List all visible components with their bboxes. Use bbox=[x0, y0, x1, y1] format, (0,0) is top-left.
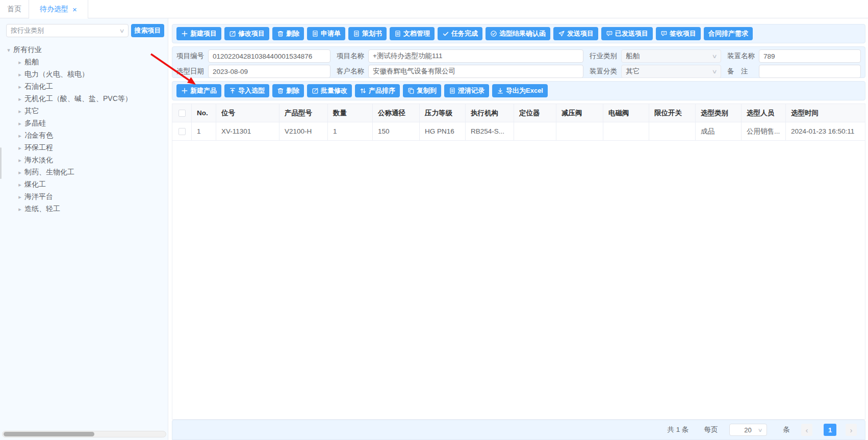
pagination-bar: 共 1 条 每页 20 ∨ 条 ‹ 1 › bbox=[172, 420, 865, 440]
chevron-down-icon: ∨ bbox=[711, 68, 717, 75]
sidebar-horizontal-scrollbar[interactable] bbox=[2, 431, 166, 437]
tree-item[interactable]: ▸石油化工 bbox=[0, 81, 168, 93]
column-header-solenoid-valve[interactable]: 电磁阀 bbox=[603, 104, 649, 122]
caret-collapsed-icon[interactable]: ▸ bbox=[15, 84, 24, 90]
new-project-button[interactable]: 新建项目 bbox=[176, 27, 221, 40]
tree-item-label: 环保工程 bbox=[24, 143, 53, 152]
delete-product-button[interactable]: 删除 bbox=[272, 84, 304, 97]
column-header-nominal-diameter[interactable]: 公称通径 bbox=[373, 104, 420, 122]
receive-project-button[interactable]: 签收项目 bbox=[656, 27, 701, 40]
tab-bar: 首页 待办选型 × bbox=[0, 0, 868, 18]
column-header-quantity[interactable]: 数量 bbox=[328, 104, 373, 122]
tree-item-label: 制药、生物化工 bbox=[24, 168, 74, 177]
import-selection-button[interactable]: 导入选型 bbox=[224, 84, 269, 97]
tree-item[interactable]: ▸冶金有色 bbox=[0, 130, 168, 142]
delete-project-button[interactable]: 删除 bbox=[272, 27, 304, 40]
select-all-checkbox[interactable] bbox=[178, 110, 186, 117]
industry-category-select[interactable]: 船舶 ∨ bbox=[621, 49, 721, 63]
device-classification-select[interactable]: 其它 ∨ bbox=[621, 65, 721, 78]
sent-projects-button[interactable]: 已发送项目 bbox=[601, 27, 653, 40]
tree-item[interactable]: ▸煤化工 bbox=[0, 178, 168, 191]
caret-collapsed-icon[interactable]: ▸ bbox=[15, 169, 24, 176]
row-checkbox[interactable] bbox=[178, 128, 186, 135]
copy-to-button[interactable]: 复制到 bbox=[403, 84, 441, 97]
column-header-pressure-rating[interactable]: 压力等级 bbox=[420, 104, 466, 122]
column-header-tag-number[interactable]: 位号 bbox=[216, 104, 279, 122]
project-name-field[interactable] bbox=[368, 49, 583, 63]
caret-collapsed-icon[interactable]: ▸ bbox=[15, 194, 24, 200]
caret-collapsed-icon[interactable]: ▸ bbox=[15, 133, 24, 139]
caret-collapsed-icon[interactable]: ▸ bbox=[15, 59, 24, 66]
document-management-button[interactable]: 文档管理 bbox=[390, 27, 435, 40]
tree-item-label: 海水淡化 bbox=[24, 156, 53, 165]
tree-item[interactable]: ▸电力（火电、核电） bbox=[0, 68, 168, 81]
product-sort-button[interactable]: 产品排序 bbox=[355, 84, 400, 97]
cell-nominal-diameter: 150 bbox=[373, 122, 420, 140]
tree-item-all-industries[interactable]: ▾ 所有行业 bbox=[0, 44, 168, 56]
tree-item[interactable]: ▸海水淡化 bbox=[0, 154, 168, 166]
device-name-field[interactable] bbox=[759, 49, 861, 63]
tree-item[interactable]: ▸多晶硅 bbox=[0, 117, 168, 130]
caret-collapsed-icon[interactable]: ▸ bbox=[15, 145, 24, 151]
tree-item[interactable]: ▸环保工程 bbox=[0, 142, 168, 154]
chevron-down-icon: ∨ bbox=[711, 53, 717, 60]
column-header-selection-person[interactable]: 选型人员 bbox=[742, 104, 786, 122]
cell-pressure-reducing-valve bbox=[556, 122, 603, 140]
column-header-selection-category[interactable]: 选型类别 bbox=[696, 104, 742, 122]
tab-home[interactable]: 首页 bbox=[0, 0, 29, 18]
sidebar-search-row: 按行业类别 ∨ 搜索项目 bbox=[6, 24, 164, 37]
application-form-button[interactable]: 申请单 bbox=[307, 27, 345, 40]
contract-scheduling-button[interactable]: 合同排产需求 bbox=[704, 27, 753, 40]
send-project-button[interactable]: 发送项目 bbox=[553, 27, 598, 40]
sidebar-vertical-scrollbar[interactable] bbox=[0, 147, 2, 179]
clarification-record-button[interactable]: 澄清记录 bbox=[444, 84, 489, 97]
task-complete-button[interactable]: 任务完成 bbox=[438, 27, 482, 40]
new-product-button[interactable]: 新建产品 bbox=[176, 84, 221, 97]
tree-item[interactable]: ▸无机化工（酸、碱、盐、PVC等） bbox=[0, 93, 168, 105]
project-number-field[interactable] bbox=[208, 49, 330, 63]
page-size-select[interactable]: 20 ∨ bbox=[729, 424, 767, 436]
tree-item[interactable]: ▸船舶 bbox=[0, 56, 168, 68]
industry-sidebar: 按行业类别 ∨ 搜索项目 ▾ 所有行业 ▸船舶 ▸电力（火电、核电） ▸石油化工… bbox=[0, 18, 168, 440]
column-header-limit-switch[interactable]: 限位开关 bbox=[649, 104, 696, 122]
tree-item-label: 无机化工（酸、碱、盐、PVC等） bbox=[24, 94, 132, 103]
selection-date-field[interactable] bbox=[208, 65, 330, 78]
caret-collapsed-icon[interactable]: ▸ bbox=[15, 182, 24, 188]
industry-filter-select-value: 按行业类别 bbox=[11, 26, 44, 35]
column-header-actuator[interactable]: 执行机构 bbox=[466, 104, 514, 122]
customer-name-field[interactable] bbox=[368, 65, 583, 78]
column-header-no[interactable]: No. bbox=[192, 104, 216, 122]
column-header-selection-time[interactable]: 选型时间 bbox=[786, 104, 865, 122]
caret-collapsed-icon[interactable]: ▸ bbox=[15, 71, 24, 78]
tree-item[interactable]: ▸海洋平台 bbox=[0, 191, 168, 203]
search-project-button[interactable]: 搜索项目 bbox=[131, 24, 164, 37]
remark-field[interactable] bbox=[759, 65, 861, 78]
industry-filter-select[interactable]: 按行业类别 ∨ bbox=[6, 24, 129, 37]
caret-collapsed-icon[interactable]: ▸ bbox=[15, 157, 24, 164]
column-header-product-model[interactable]: 产品型号 bbox=[279, 104, 328, 122]
export-excel-button[interactable]: 导出为Excel bbox=[492, 84, 548, 97]
prev-page-button[interactable]: ‹ bbox=[801, 424, 812, 436]
caret-collapsed-icon[interactable]: ▸ bbox=[15, 96, 24, 102]
caret-collapsed-icon[interactable]: ▸ bbox=[15, 108, 24, 115]
scrollbar-thumb[interactable] bbox=[4, 432, 94, 436]
column-header-positioner[interactable]: 定位器 bbox=[514, 104, 556, 122]
tree-item[interactable]: ▸造纸、轻工 bbox=[0, 203, 168, 215]
caret-collapsed-icon[interactable]: ▸ bbox=[15, 120, 24, 127]
next-page-button[interactable]: › bbox=[846, 424, 857, 436]
tree-item[interactable]: ▸制药、生物化工 bbox=[0, 166, 168, 178]
selection-result-confirmation-button[interactable]: 选型结果确认函 bbox=[486, 27, 550, 40]
close-icon[interactable]: × bbox=[72, 6, 77, 13]
page-1-button[interactable]: 1 bbox=[824, 424, 836, 436]
tree-item[interactable]: ▸其它 bbox=[0, 105, 168, 117]
table-row[interactable]: 1 XV-11301 V2100-H 1 150 HG PN16 RB254-S… bbox=[172, 122, 865, 141]
cell-limit-switch bbox=[649, 122, 696, 140]
column-header-pressure-reducing-valve[interactable]: 减压阀 bbox=[556, 104, 603, 122]
tab-pending-selection[interactable]: 待办选型 × bbox=[29, 0, 88, 18]
cell-positioner bbox=[514, 122, 556, 140]
planning-book-button[interactable]: 策划书 bbox=[348, 27, 387, 40]
batch-edit-button[interactable]: 批量修改 bbox=[307, 84, 352, 97]
caret-collapsed-icon[interactable]: ▸ bbox=[15, 206, 24, 213]
caret-expanded-icon[interactable]: ▾ bbox=[4, 47, 13, 54]
edit-project-button[interactable]: 修改项目 bbox=[224, 27, 269, 40]
